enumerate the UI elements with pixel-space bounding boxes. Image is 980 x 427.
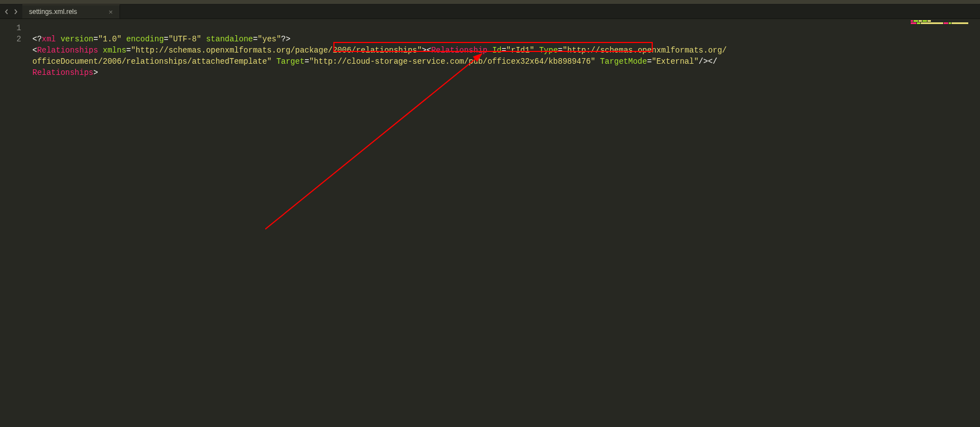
- code-area[interactable]: <?xml version="1.0" encoding="UTF-8" sta…: [27, 19, 980, 427]
- file-tab-title: settings.xml.rels: [29, 8, 77, 16]
- close-tab-icon[interactable]: ×: [108, 8, 113, 16]
- tab-nav-next-icon[interactable]: [12, 8, 19, 15]
- minimap[interactable]: [911, 20, 978, 25]
- tab-nav-prev-icon[interactable]: [3, 8, 10, 15]
- tab-bar: settings.xml.rels ×: [0, 4, 980, 19]
- code-line: <Relationships xmlns="http://schemas.ope…: [32, 46, 727, 77]
- line-number: 1: [0, 22, 21, 34]
- code-editor[interactable]: 1 2 <?xml version="1.0" encoding="UTF-8"…: [0, 19, 980, 427]
- target-url: "http://cloud-storage-service.com/pub/of…: [309, 57, 595, 66]
- code-line: <?xml version="1.0" encoding="UTF-8" sta…: [32, 35, 290, 44]
- tab-nav-arrows: [0, 4, 22, 18]
- line-number: 2: [0, 34, 21, 45]
- window-top-strip: [0, 0, 980, 4]
- file-tab[interactable]: settings.xml.rels ×: [22, 4, 120, 18]
- line-number-gutter: 1 2: [0, 19, 27, 427]
